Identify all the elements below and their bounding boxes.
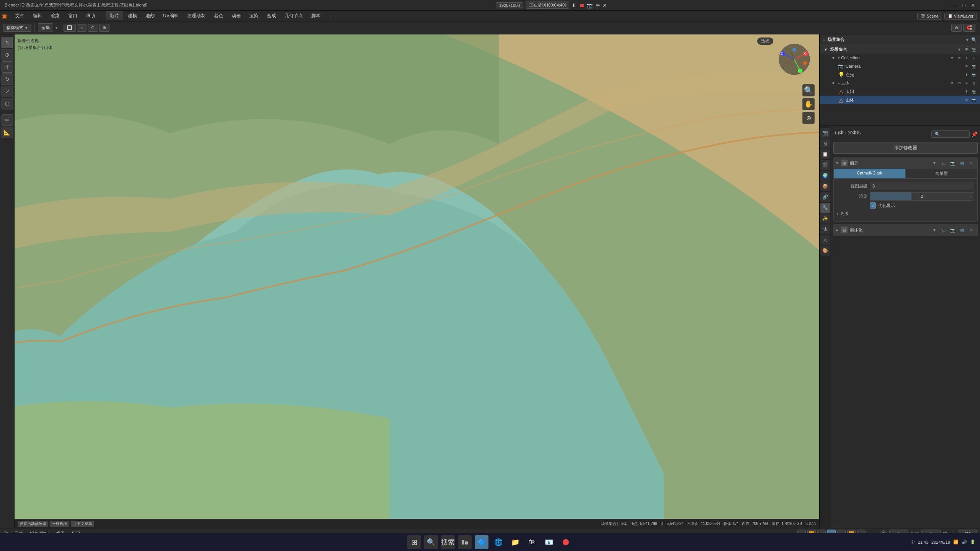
proportional-edit-btn[interactable]: ⊚ bbox=[951, 24, 962, 32]
overlay-btn[interactable]: ⊙ bbox=[88, 24, 98, 32]
workspace-geo[interactable]: 几何节点 bbox=[281, 12, 307, 20]
scale-tool-btn[interactable]: ⤢ bbox=[2, 86, 13, 97]
solidify-realtime-icon[interactable]: ⊡ bbox=[940, 226, 947, 234]
global-local-btn[interactable]: 全局 bbox=[38, 23, 53, 32]
menu-window[interactable]: 窗口 bbox=[64, 12, 81, 20]
outliner-collection-item[interactable]: ▾ ▪ Collection ▼ 👁 ✦ ⊕ bbox=[820, 54, 980, 62]
viewlayer-label[interactable]: ViewLayer bbox=[954, 14, 973, 18]
workspace-shading[interactable]: 着色 bbox=[210, 12, 227, 20]
outliner-search-icon[interactable]: 🔍 bbox=[971, 37, 977, 42]
close-button[interactable]: ✕ bbox=[969, 2, 977, 9]
menu-file[interactable]: 文件 bbox=[11, 12, 28, 20]
sun-render-icon[interactable]: 📷 bbox=[971, 88, 977, 95]
workspace-script[interactable]: 脚本 bbox=[307, 12, 324, 20]
props-data-icon[interactable]: △ bbox=[820, 235, 830, 245]
scene-visible-icon[interactable]: 👁 bbox=[964, 46, 970, 52]
render-increment-icon[interactable]: › bbox=[970, 194, 972, 199]
simple-tab[interactable]: 简单型 bbox=[906, 169, 977, 178]
workspace-sculpt[interactable]: 雕刻 bbox=[142, 12, 158, 20]
viewport-shading-btn[interactable]: 🔳 bbox=[64, 24, 76, 32]
workspace-uv[interactable]: UV编辑 bbox=[159, 12, 183, 20]
props-object-icon[interactable]: 📦 bbox=[820, 181, 830, 191]
props-pin-icon[interactable]: 📌 bbox=[971, 131, 978, 137]
outliner-light-item[interactable]: 💡 点光 👁 📷 bbox=[820, 70, 980, 79]
mode-selector[interactable]: 物体模式 ▼ bbox=[3, 24, 31, 32]
filter-icon[interactable]: ▼ bbox=[965, 37, 970, 42]
measure-tool-btn[interactable]: 📐 bbox=[2, 127, 13, 138]
subdivision-camera-icon[interactable]: 📹 bbox=[958, 159, 966, 167]
solidify-modifier-header[interactable]: ▸ ⊟ 实体化 ▼ ⊡ 📷 📹 ✕ bbox=[834, 224, 977, 236]
workspace-texture[interactable]: 纹理绘制 bbox=[183, 12, 209, 20]
taskbar-store-btn[interactable]: 🛍 bbox=[525, 535, 539, 549]
viewport-gizmo[interactable]: X Y Z bbox=[777, 42, 812, 77]
pause-icon[interactable]: ⏸ bbox=[572, 2, 577, 8]
props-material-icon[interactable]: 🎨 bbox=[820, 246, 830, 256]
col-exclude-icon[interactable]: ⊕ bbox=[971, 55, 977, 61]
taskbar-files-btn[interactable] bbox=[458, 535, 472, 549]
outliner-camera-item[interactable]: 📷 Camera 👁 📷 bbox=[820, 62, 980, 70]
props-world-icon[interactable]: 🌍 bbox=[820, 171, 830, 181]
close-record-icon[interactable]: ✕ bbox=[603, 2, 607, 8]
main-viewport[interactable]: 摄像机透视 (1) 场景集合 | 山体 X Y Z 🔍 bbox=[15, 34, 819, 528]
props-view-layer-icon[interactable]: 📋 bbox=[820, 149, 830, 159]
zoom-in-btn[interactable]: 🔍 bbox=[802, 84, 815, 96]
subdivision-realtime-icon[interactable]: ⊡ bbox=[940, 159, 947, 167]
taskbar-search-btn[interactable]: 🔍 bbox=[424, 535, 438, 549]
mtn-visible-icon[interactable]: 👁 bbox=[964, 97, 970, 103]
optimize-display-checkbox[interactable]: ✓ bbox=[870, 202, 876, 209]
mtn-render-icon[interactable]: 📷 bbox=[971, 97, 977, 103]
props-modifier-icon[interactable]: 🔧 bbox=[820, 203, 830, 213]
scene-camera-icon[interactable]: 📷 bbox=[971, 46, 977, 52]
taskbar-mail-btn[interactable]: 📧 bbox=[542, 535, 556, 549]
filter-funnel-icon[interactable]: ▼ bbox=[956, 46, 962, 52]
menu-edit[interactable]: 编辑 bbox=[29, 12, 46, 20]
workspace-build[interactable]: 建模 bbox=[124, 12, 141, 20]
taskbar-edge-btn[interactable]: 🌐 bbox=[492, 535, 505, 549]
light-render-icon[interactable]: 📷 bbox=[971, 72, 977, 78]
pencil-icon[interactable]: ✏ bbox=[596, 2, 600, 8]
render-decrement-icon[interactable]: ‹ bbox=[872, 194, 874, 199]
sub-exclude-icon[interactable]: ⊕ bbox=[971, 80, 977, 86]
outliner-mountain-item[interactable]: △ 山体 👁 📷 bbox=[820, 96, 980, 104]
camera-record-icon[interactable]: 📷 bbox=[587, 2, 593, 8]
add-modifier-button[interactable]: 添加修改器 bbox=[833, 142, 978, 154]
taskbar-explorer-btn[interactable]: 📁 bbox=[508, 535, 522, 549]
col-filter-icon[interactable]: ▼ bbox=[949, 55, 955, 61]
taskbar-start-btn[interactable]: ⊞ bbox=[407, 535, 421, 549]
transform-tool-btn[interactable]: ⬡ bbox=[2, 98, 13, 109]
advanced-section-header[interactable]: ▸ 高级 bbox=[837, 211, 974, 217]
solidify-filter-icon[interactable]: ▼ bbox=[931, 226, 938, 234]
outliner-subject-item[interactable]: ▾ ▪ 主体 ▼ 👁 ✦ ⊕ bbox=[820, 79, 980, 87]
overlay-mode-badge[interactable]: 透视 bbox=[757, 37, 773, 45]
props-scene-icon[interactable]: 🎬 bbox=[820, 160, 830, 170]
subdivision-render-icon[interactable]: 📷 bbox=[949, 159, 957, 167]
hand-move-btn[interactable]: ✋ bbox=[802, 98, 815, 110]
props-physics-icon[interactable]: ⚗ bbox=[820, 224, 830, 234]
maximize-button[interactable]: □ bbox=[960, 2, 968, 9]
props-particles-icon[interactable]: ✨ bbox=[820, 214, 830, 223]
props-output-icon[interactable]: 🖨 bbox=[820, 139, 830, 148]
select-tool-btn[interactable]: ↖ bbox=[2, 37, 13, 48]
light-visible-icon[interactable]: 👁 bbox=[964, 72, 970, 78]
render-slider[interactable]: ‹ 2 › bbox=[870, 192, 974, 201]
col-select-icon[interactable]: ✦ bbox=[964, 55, 970, 61]
view-levels-value[interactable]: 3 bbox=[870, 182, 974, 190]
cam-visible-icon[interactable]: 👁 bbox=[964, 63, 970, 69]
stop-icon[interactable]: ⏹ bbox=[579, 2, 585, 8]
props-render-icon[interactable]: 📷 bbox=[820, 128, 830, 138]
solidify-camera-icon[interactable]: 📹 bbox=[958, 226, 966, 234]
snapping-btn[interactable]: 🧲 bbox=[963, 24, 975, 32]
solidify-delete-icon[interactable]: ✕ bbox=[967, 226, 975, 234]
subdivision-delete-icon[interactable]: ✕ bbox=[967, 159, 975, 167]
sub-visible-icon[interactable]: 👁 bbox=[956, 80, 962, 86]
taskbar-record-btn[interactable] bbox=[559, 535, 573, 549]
subdivision-filter-icon[interactable]: ▼ bbox=[931, 159, 938, 167]
move-tool-btn[interactable]: ✛ bbox=[2, 61, 13, 73]
sub-filter-icon[interactable]: ▼ bbox=[949, 80, 955, 86]
subdivision-modifier-header[interactable]: ▾ ⊞ 细分 ▼ ⊡ 📷 📹 ✕ bbox=[834, 157, 977, 169]
solidify-render-icon[interactable]: 📷 bbox=[949, 226, 957, 234]
menu-help[interactable]: 帮助 bbox=[82, 12, 99, 20]
workspace-render[interactable]: 渲染 bbox=[245, 12, 262, 20]
sun-visible-icon[interactable]: 👁 bbox=[964, 88, 970, 95]
workspace-film[interactable]: 影片 bbox=[106, 11, 123, 20]
